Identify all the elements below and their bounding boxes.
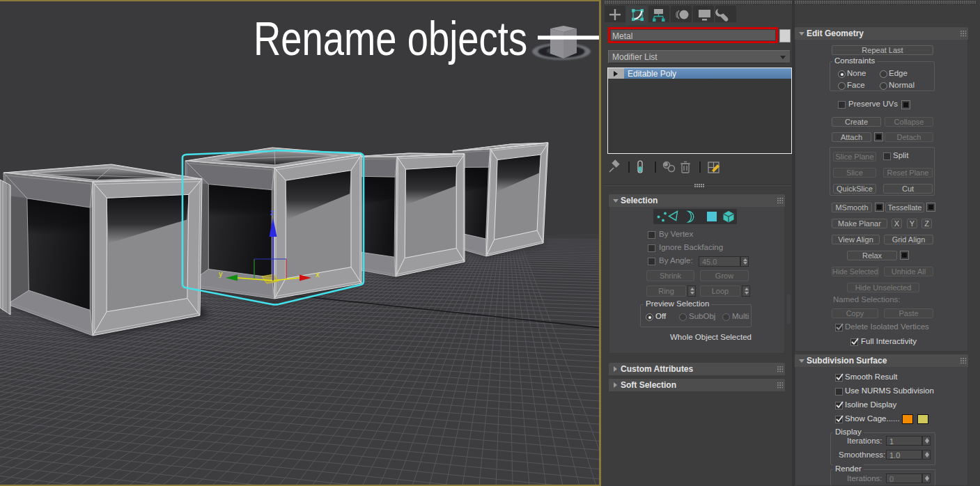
svg-text:x: x (316, 270, 320, 279)
svg-text:z: z (270, 208, 274, 217)
svg-text:y: y (219, 269, 223, 278)
